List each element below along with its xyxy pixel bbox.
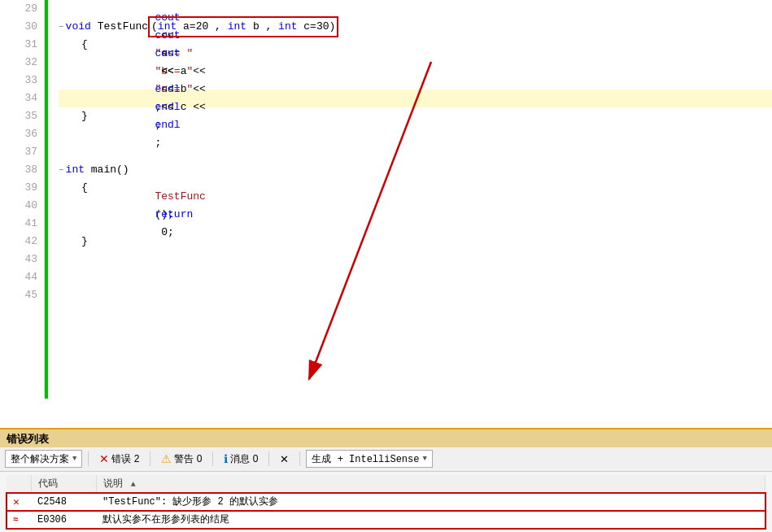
col-code-header: 代码 [31,475,96,493]
row2-squiggle-icon: ≈ [13,515,19,525]
row1-code: C2548 [37,496,67,508]
toolbar-separator-4 [268,451,269,466]
toolbar-separator-5 [299,451,300,466]
filter-icon-button[interactable]: ✕ [275,450,294,468]
code-line-44 [59,268,772,286]
error-panel: 错误列表 整个解决方案 ▼ ✕ 错误 2 ⚠ 警告 0 ℹ 消息 0 ✕ 生成 … [0,428,772,533]
green-bookmark-bar [45,0,48,399]
code-editor: 29 30 31 32 33 34 35 36 37 38 39 40 41 4… [0,0,772,399]
row2-icon-cell: ≈ [7,511,31,529]
error-rows: ✕ C2548 "TestFunc": 缺少形参 2 的默认实参 ≈ E0 [7,493,765,529]
error-icon: ✕ [99,452,109,465]
dropdown-arrow: ▼ [72,455,76,463]
code-line-34: cout << "c = " << c << endl ; [59,89,772,107]
error-toolbar: 整个解决方案 ▼ ✕ 错误 2 ⚠ 警告 0 ℹ 消息 0 ✕ 生成 + Int… [0,447,772,472]
table-row[interactable]: ✕ C2548 "TestFunc": 缺少形参 2 的默认实参 [7,493,765,511]
collapse-icon-30: − [59,18,64,36]
build-dropdown-arrow: ▼ [422,455,426,463]
error-table-header: 代码 说明 ▲ [7,475,765,493]
line-numbers: 29 30 31 32 33 34 35 36 37 38 39 40 41 4… [0,0,45,399]
row2-desc-cell: 默认实参不在形参列表的结尾 [96,511,765,529]
void-keyword: void [66,18,91,36]
toolbar-separator-1 [88,451,89,466]
row1-error-icon: ✕ [13,496,20,508]
warning-icon: ⚠ [161,452,172,465]
row2-code: E0306 [37,514,67,525]
error-table-container: 代码 说明 ▲ ✕ C2548 [0,472,772,533]
code-line-45 [59,286,772,304]
solution-dropdown[interactable]: 整个解决方案 ▼ [5,450,82,468]
build-dropdown[interactable]: 生成 + IntelliSense ▼ [306,450,432,468]
code-content[interactable]: − void TestFunc (int a=20 , int b , int … [50,0,772,304]
toolbar-separator-3 [212,451,213,466]
col-icon-header [7,475,31,493]
row1-desc: "TestFunc": 缺少形参 2 的默认实参 [102,496,278,508]
error-count-button[interactable]: ✕ 错误 2 [94,450,144,468]
row2-desc: 默认实参不在形参列表的结尾 [102,514,229,525]
func-params-box: (int a=20 , int b , int c=30) [148,16,338,37]
toolbar-separator-2 [150,451,150,466]
row2-code-cell: E0306 [31,511,96,529]
col-desc-header: 说明 ▲ [96,475,765,493]
error-panel-title: 错误列表 [0,430,772,447]
info-icon: ℹ [224,452,228,465]
error-table: 代码 说明 ▲ ✕ C2548 [7,475,765,530]
info-count-button[interactable]: ℹ 消息 0 [219,450,263,468]
row1-code-cell: C2548 [31,493,96,511]
row1-icon-cell: ✕ [7,493,31,511]
code-line-41: return 0; [59,215,772,233]
table-row[interactable]: ≈ E0306 默认实参不在形参列表的结尾 [7,511,765,529]
warning-count-button[interactable]: ⚠ 警告 0 [156,450,207,468]
row1-desc-cell: "TestFunc": 缺少形参 2 的默认实参 [96,493,765,511]
func-name: TestFunc [91,18,148,36]
filter-icon: ✕ [280,453,289,465]
sort-arrow: ▲ [131,480,136,489]
code-line-30[interactable]: − void TestFunc (int a=20 , int b , int … [59,18,772,36]
